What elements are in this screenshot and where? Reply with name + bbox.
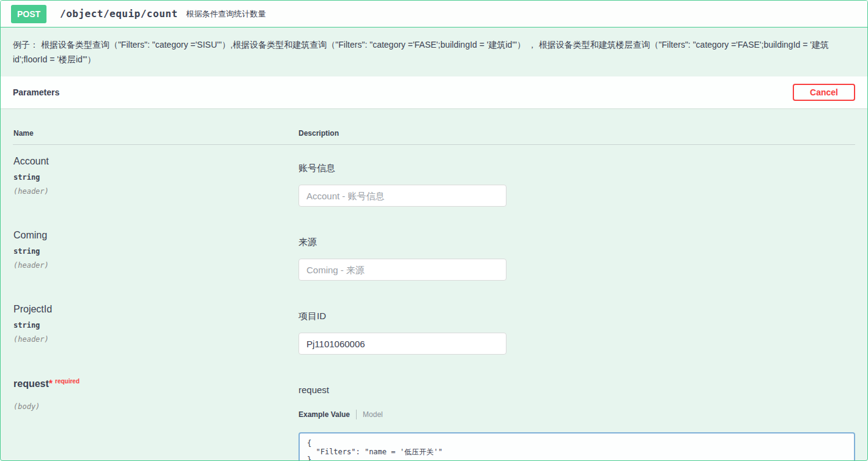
parameter-description-cell: 来源: [299, 230, 855, 281]
parameter-type: string: [13, 321, 299, 330]
parameter-row-projectid: ProjectId string (header) 项目ID: [13, 293, 855, 367]
coming-input[interactable]: [299, 259, 506, 281]
parameter-name-cell: Account string (header): [13, 156, 299, 207]
required-asterisk: *: [49, 378, 53, 389]
tab-separator: [356, 410, 357, 419]
column-header-description: Description: [299, 129, 855, 138]
parameter-row-request: request*required (body) request Example …: [13, 367, 855, 461]
request-body-editor[interactable]: { "Filters": "name = '低压开关'" }: [299, 432, 855, 461]
parameter-description-cell: request Example Value Model { "Filters":…: [299, 378, 855, 461]
endpoint-summary: 根据条件查询统计数量: [187, 9, 266, 20]
required-label: required: [55, 378, 80, 385]
body-tabs: Example Value Model: [299, 410, 855, 419]
parameter-description: 来源: [299, 237, 855, 248]
cancel-button[interactable]: Cancel: [793, 84, 855, 101]
parameters-table: Name Description Account string (header)…: [1, 108, 867, 461]
parameter-row-account: Account string (header) 账号信息: [13, 145, 855, 219]
column-header-name: Name: [13, 129, 299, 138]
tab-model[interactable]: Model: [363, 410, 383, 419]
operation-summary[interactable]: POST /object/equip/count 根据条件查询统计数量: [1, 1, 867, 28]
parameter-location: (header): [13, 261, 299, 270]
parameter-type: string: [13, 247, 299, 256]
parameter-description: request: [299, 385, 855, 395]
parameter-location: (header): [13, 335, 299, 344]
parameter-name: ProjectId: [13, 304, 299, 315]
parameter-description-cell: 项目ID: [299, 304, 855, 355]
account-input[interactable]: [299, 185, 506, 207]
parameter-type: string: [13, 173, 299, 182]
parameter-name: Account: [13, 156, 299, 167]
parameter-location: (header): [13, 187, 299, 196]
parameter-location: (body): [13, 402, 299, 411]
endpoint-description: 例子： 根据设备类型查询（"Filters": "category ='SISU…: [1, 28, 867, 75]
projectid-input[interactable]: [299, 333, 506, 355]
parameters-table-header: Name Description: [13, 108, 855, 145]
parameter-name-cell: request*required (body): [13, 378, 299, 461]
parameter-name: request*required: [13, 378, 299, 389]
http-method-badge: POST: [11, 5, 46, 23]
parameter-name-cell: ProjectId string (header): [13, 304, 299, 355]
parameter-name: Coming: [13, 230, 299, 241]
parameter-row-coming: Coming string (header) 来源: [13, 219, 855, 293]
parameter-description: 项目ID: [299, 311, 855, 322]
parameter-name-cell: Coming string (header): [13, 230, 299, 281]
operation-block-post: POST /object/equip/count 根据条件查询统计数量 例子： …: [0, 0, 868, 461]
parameters-section-header: Parameters Cancel: [1, 76, 867, 108]
parameter-description: 账号信息: [299, 163, 855, 174]
endpoint-path[interactable]: /object/equip/count: [60, 8, 178, 20]
tab-example-value[interactable]: Example Value: [299, 410, 350, 419]
parameter-description-cell: 账号信息: [299, 156, 855, 207]
parameters-title: Parameters: [13, 87, 59, 97]
